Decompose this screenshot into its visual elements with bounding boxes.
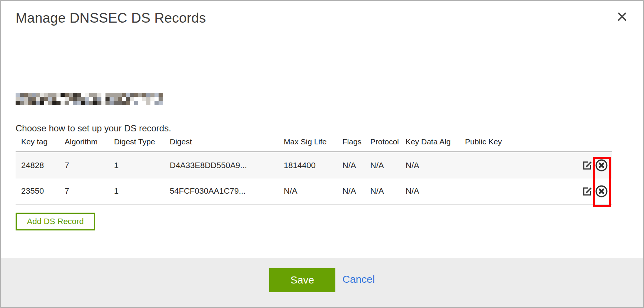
table-cell: N/A: [370, 178, 406, 204]
column-header: Protocol: [370, 137, 406, 152]
delete-icon: [595, 193, 608, 199]
table-cell: 1814400: [284, 152, 342, 178]
table-cell: 1: [114, 152, 170, 178]
table-cell: N/A: [370, 152, 406, 178]
edit-record-button[interactable]: [580, 185, 594, 197]
row-actions: [578, 178, 612, 204]
table-cell: N/A: [342, 152, 370, 178]
table-cell: [465, 178, 578, 204]
table-row: 2482871D4A33E8DD550A9...1814400N/AN/AN/A: [16, 152, 612, 178]
delete-record-button[interactable]: [594, 159, 609, 172]
add-ds-record-button[interactable]: Add DS Record: [16, 213, 95, 230]
column-header: Max Sig Life: [284, 137, 342, 152]
table-row: 235507154FCF030AA1C79...N/AN/AN/AN/A: [16, 178, 612, 204]
edit-icon: [581, 193, 593, 199]
column-header: Digest Type: [114, 137, 170, 152]
ds-table-header-row: Key tagAlgorithmDigest TypeDigestMax Sig…: [16, 137, 612, 152]
delete-icon: [595, 167, 608, 173]
ds-records-table: Key tagAlgorithmDigest TypeDigestMax Sig…: [16, 137, 612, 204]
column-header: Digest: [170, 137, 284, 152]
dialog-footer: Save Cancel: [1, 258, 643, 307]
column-header: Algorithm: [65, 137, 114, 152]
cancel-link[interactable]: Cancel: [342, 273, 375, 285]
row-actions: [578, 152, 612, 178]
instruction-text: Choose how to set up your DS records.: [16, 123, 171, 134]
table-cell: N/A: [342, 178, 370, 204]
edit-record-button[interactable]: [580, 159, 594, 171]
column-header: Key Data Alg: [406, 137, 465, 152]
table-cell: 23550: [16, 178, 65, 204]
table-cell: N/A: [284, 178, 342, 204]
column-header: Public Key: [465, 137, 578, 152]
ds-table-body: 2482871D4A33E8DD550A9...1814400N/AN/AN/A…: [16, 152, 612, 204]
table-cell: N/A: [406, 152, 465, 178]
column-header: Flags: [342, 137, 370, 152]
delete-record-button[interactable]: [594, 185, 609, 198]
edit-icon: [581, 167, 593, 173]
table-cell: 54FCF030AA1C79...: [170, 178, 284, 204]
table-cell: D4A33E8DD550A9...: [170, 152, 284, 178]
table-cell: N/A: [406, 178, 465, 204]
table-cell: 7: [65, 152, 114, 178]
manage-dnssec-dialog: Manage DNSSEC DS Records Choose how to s…: [0, 0, 644, 308]
save-button[interactable]: Save: [269, 268, 335, 292]
dialog-title: Manage DNSSEC DS Records: [16, 10, 206, 26]
table-cell: 7: [65, 178, 114, 204]
redacted-domain-name: [16, 93, 163, 105]
table-cell: [465, 152, 578, 178]
table-cell: 1: [114, 178, 170, 204]
close-icon: [617, 18, 628, 23]
close-button[interactable]: [616, 10, 628, 23]
column-header: Key tag: [16, 137, 65, 152]
table-cell: 24828: [16, 152, 65, 178]
